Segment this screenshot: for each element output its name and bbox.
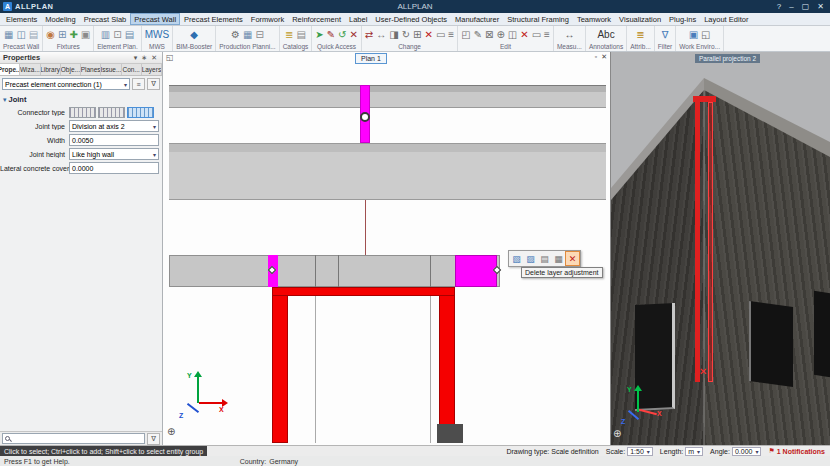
ribbon-tool-icon[interactable]: ◰ (461, 30, 470, 40)
ribbon-tool-icon[interactable]: ✕ (349, 30, 357, 40)
ribbon-tab[interactable]: Precast Slab (80, 13, 131, 25)
ribbon-tool-icon[interactable]: ➤ (315, 30, 323, 40)
list-icon[interactable]: ≡ (132, 78, 145, 90)
notifications-badge[interactable]: ⚑ 1 Notifications (768, 447, 825, 455)
context-toolbar-icon[interactable]: ▧ (510, 252, 523, 265)
palette-tab[interactable]: Prope... (0, 64, 20, 75)
ribbon-tool-icon[interactable]: ↻ (402, 30, 410, 40)
ribbon-tool-icon[interactable]: ▤ (29, 30, 38, 40)
ribbon-tab[interactable]: Reinforcement (288, 13, 345, 25)
ribbon-tab[interactable]: Elements (2, 13, 41, 25)
joint-type-dropdown[interactable]: Division at axis 2 ▾ (69, 120, 159, 132)
ribbon-tool-icon[interactable]: ◆ (190, 30, 198, 40)
joint-section-header[interactable]: ▾ Joint (0, 92, 162, 105)
ribbon-tool-icon[interactable]: ✕ (424, 30, 432, 40)
ribbon-tool-icon[interactable]: ▣ (689, 30, 698, 40)
close-icon[interactable]: ✕ (817, 2, 824, 11)
ribbon-tool-icon[interactable]: Abc (597, 30, 614, 40)
ribbon-tool-icon[interactable]: ⊡ (113, 30, 121, 40)
ribbon-tool-icon[interactable]: ⇄ (365, 30, 373, 40)
ribbon-tool-icon[interactable]: ◉ (46, 30, 55, 40)
ribbon-tab[interactable]: Precast Wall (130, 13, 180, 25)
ribbon-tool-icon[interactable]: ◨ (389, 30, 398, 40)
ribbon-tool-icon[interactable]: ✎ (327, 30, 335, 40)
parallel-viewport-title[interactable]: Parallel projection 2 (695, 54, 760, 63)
drawing-type-value[interactable]: Scale definition (551, 448, 598, 455)
ribbon-tab[interactable]: Plug-ins (665, 13, 700, 25)
ribbon-tool-icon[interactable]: ▣ (81, 30, 90, 40)
viewport-maximize-icon[interactable]: ▫ (595, 53, 597, 61)
viewport-close-icon[interactable]: ✕ (601, 53, 607, 61)
ribbon-tab[interactable]: Label (345, 13, 371, 25)
palette-tab[interactable]: Wiza... (20, 64, 40, 75)
ribbon-tool-icon[interactable]: ✎ (474, 30, 482, 40)
ribbon-tool-icon[interactable]: ✚ (69, 30, 77, 40)
ribbon-tool-icon[interactable]: ▭ (532, 30, 541, 40)
close-icon[interactable]: ✕ (149, 54, 159, 62)
context-toolbar-icon[interactable]: ▤ (538, 252, 551, 265)
wall-band-top[interactable] (169, 85, 606, 108)
ribbon-tool-icon[interactable]: MWS (145, 30, 169, 40)
ribbon-tab[interactable]: Formwork (247, 13, 288, 25)
selected-joint-red-outline[interactable] (708, 102, 713, 382)
wall-band-lower[interactable] (169, 255, 500, 287)
palette-tab[interactable]: Library (41, 64, 61, 75)
ribbon-tool-icon[interactable]: ▭ (436, 30, 445, 40)
precast-wall-red-left[interactable] (272, 287, 288, 443)
plan-viewport-title[interactable]: Plan 1 (355, 53, 387, 64)
ribbon-tool-icon[interactable]: ↔ (564, 30, 574, 40)
context-toolbar-icon[interactable]: ▦ (552, 252, 565, 265)
palette-tab[interactable]: Layers (142, 64, 162, 75)
ribbon-tool-icon[interactable]: ≡ (448, 30, 454, 40)
filter-funnel-icon[interactable]: ∇ (147, 78, 160, 90)
ribbon-tab[interactable]: Visualization (615, 13, 665, 25)
column-block-dark[interactable] (437, 424, 463, 443)
ribbon-tool-icon[interactable]: ≡ (544, 30, 550, 40)
palette-tab[interactable]: Con... (122, 64, 142, 75)
ribbon-tool-icon[interactable]: ⊠ (485, 30, 493, 40)
ribbon-tab[interactable]: Manufacturer (451, 13, 503, 25)
palette-tab[interactable]: Obje... (61, 64, 81, 75)
palette-tab[interactable]: Issue... (101, 64, 121, 75)
precast-wall-red-right[interactable] (439, 287, 455, 443)
width-input[interactable]: 0.0050 (69, 134, 159, 146)
ribbon-tab[interactable]: User-Defined Objects (371, 13, 451, 25)
properties-search-input[interactable] (2, 433, 145, 444)
joint-height-dropdown[interactable]: Like high wall ▾ (69, 148, 159, 160)
ribbon-tab[interactable]: Precast Elements (180, 13, 247, 25)
ribbon-tool-icon[interactable]: ⊕ (496, 30, 504, 40)
ribbon-tool-icon[interactable]: ▤ (296, 30, 305, 40)
lateral-cover-input[interactable]: 0.0000 (69, 162, 159, 174)
ribbon-tool-icon[interactable]: ⊞ (413, 30, 421, 40)
help-icon[interactable]: ? (777, 2, 781, 11)
angle-dropdown[interactable]: 0.000 ▾ (732, 447, 762, 456)
ribbon-tool-icon[interactable]: ⚙ (231, 30, 240, 40)
ribbon-tool-icon[interactable]: ◫ (16, 30, 25, 40)
context-toolbar-icon[interactable]: ✕ (566, 252, 579, 265)
ribbon-tool-icon[interactable]: ✕ (520, 30, 528, 40)
ribbon-tool-icon[interactable]: ∇ (662, 30, 669, 40)
ribbon-tab[interactable]: Structural Framing (503, 13, 573, 25)
connector-type-option-1[interactable] (69, 107, 96, 118)
minimize-icon[interactable]: – (789, 2, 793, 11)
maximize-icon[interactable]: ▢ (802, 2, 810, 11)
window-opening[interactable] (749, 301, 793, 387)
ribbon-tool-icon[interactable]: ▥ (101, 30, 110, 40)
viewport-restore-icon[interactable]: ◱ (166, 53, 174, 62)
ribbon-tab[interactable]: Layout Editor (700, 13, 752, 25)
scale-dropdown[interactable]: 1:50 ▾ (627, 447, 653, 456)
length-dropdown[interactable]: m ▾ (685, 447, 703, 456)
joint-handle-circle[interactable] (360, 112, 370, 122)
wall-band-middle[interactable] (169, 143, 606, 200)
ribbon-tab[interactable]: Teamwork (573, 13, 615, 25)
ribbon-tool-icon[interactable]: ⊞ (58, 30, 66, 40)
plan-viewport[interactable]: ◱ Plan 1 ▫ ✕ Y X (163, 52, 611, 445)
context-toolbar-icon[interactable]: ▨ (524, 252, 537, 265)
ribbon-tool-icon[interactable]: ▤ (125, 30, 134, 40)
filter-funnel-icon[interactable]: ∇ (147, 433, 160, 445)
ribbon-tool-icon[interactable]: ▦ (4, 30, 13, 40)
pin-icon[interactable]: ∗ (139, 54, 149, 62)
connector-type-option-3[interactable] (127, 107, 154, 118)
chevron-down-icon[interactable]: ▾ (132, 54, 140, 62)
ribbon-tool-icon[interactable]: ≣ (285, 30, 293, 40)
